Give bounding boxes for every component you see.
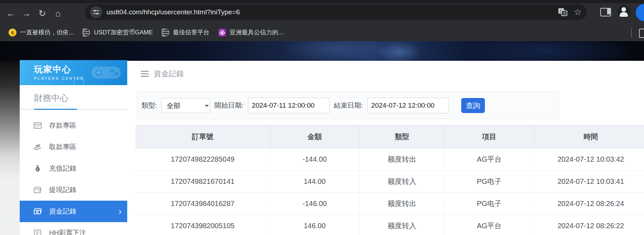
table-cell: 144.00 <box>270 171 359 193</box>
chevron-right-icon: › <box>119 206 121 216</box>
banknotes-icon <box>33 208 42 215</box>
players-center-header: 玩家中心 PLAYERS CENTER <box>20 60 127 85</box>
flower-favicon <box>218 29 226 36</box>
sidebar-item-label: 充值記錄 <box>49 164 76 173</box>
coin-favicon: 6 <box>9 29 16 36</box>
bookmarks-separator <box>631 28 632 37</box>
table-cell: 1720743982005105 <box>135 215 270 235</box>
sidebar-item-label: 存款專區 <box>49 121 76 130</box>
filter-panel: 類型: 全部 開始日期: 結束日期: 查詢 <box>137 92 559 119</box>
bookmark-label: USDT加密货币GAME <box>94 28 153 36</box>
table-header-row: 訂單號 金額 類型 項目 時間 <box>135 125 644 148</box>
sidebar-item-deposit[interactable]: 存款專區 <box>20 115 127 136</box>
column-header-time: 時間 <box>534 125 644 148</box>
side-panel-button[interactable] <box>600 8 611 16</box>
hand-money-icon <box>33 144 42 150</box>
table-cell: -144.00 <box>270 148 359 171</box>
bookmark-star-icon[interactable]: ☆ <box>574 7 582 17</box>
page-title: 資金記錄 <box>154 69 184 79</box>
back-button[interactable]: ← <box>3 6 19 21</box>
table-cell: 2024-07-12 10:03:42 <box>534 148 644 171</box>
type-select[interactable]: 全部 <box>161 98 210 113</box>
finance-center-heading: 財務中心 <box>20 85 127 104</box>
fund-records-table: 訂單號 金額 類型 項目 時間 1720749822285049-144.00额… <box>135 125 644 235</box>
decorative-circle <box>73 77 84 85</box>
table-cell: AG平台 <box>445 215 534 235</box>
table-cell: AG平台 <box>445 148 534 171</box>
sidebar-item-withdrawal-records[interactable]: 提現記錄 <box>20 179 127 201</box>
profile-avatar-button[interactable] <box>617 5 630 18</box>
sidebar-item-withdraw[interactable]: 取款專區 <box>20 136 127 158</box>
tab-strip <box>0 0 644 3</box>
sidebar-menu: 存款專區 取款專區 ¥ 充值記錄 提現記錄 資金記錄 › <box>20 115 127 235</box>
all-bookmarks-icon[interactable] <box>639 29 644 38</box>
table-cell: 146.00 <box>270 215 359 235</box>
page-title-row: 資金記錄 <box>141 69 184 79</box>
globe-favicon <box>162 29 170 36</box>
sidebar-item-label: 資金記錄 <box>49 207 76 216</box>
table-row: 1720749822285049-144.00额度转出AG平台2024-07-1… <box>135 148 644 171</box>
translate-icon[interactable]: G 文 <box>558 8 567 16</box>
column-header-order-no: 訂單號 <box>135 125 270 148</box>
table-row: 1720743982005105146.00额度转入AG平台2024-07-12… <box>135 215 644 235</box>
column-header-amount: 金額 <box>270 125 359 148</box>
sidebar-item-label: 取款專區 <box>49 142 76 152</box>
sidebar-item-label: 提現記錄 <box>49 185 76 195</box>
table-cell: -146.00 <box>270 193 359 215</box>
table-cell: 额度转出 <box>359 148 445 171</box>
table-cell: PG电子 <box>445 193 534 215</box>
forward-button[interactable]: → <box>19 6 34 21</box>
table-cell: 2024-07-12 08:26:24 <box>534 193 644 215</box>
table-cell: 2024-07-12 08:26:22 <box>534 215 644 235</box>
end-date-label: 結束日期: <box>334 101 363 110</box>
background-gradient <box>0 61 20 235</box>
table-cell: 额度转入 <box>359 215 445 235</box>
bookmark-item[interactable]: 亚洲最具公信力的... <box>218 28 283 36</box>
svg-text:文: 文 <box>563 11 566 15</box>
fund-table-body: 1720749822285049-144.00额度转出AG平台2024-07-1… <box>135 148 644 235</box>
list-icon <box>33 230 42 235</box>
bookmark-label: 最佳信誉平台 <box>173 28 210 36</box>
search-button[interactable]: 查詢 <box>461 98 485 113</box>
table-cell: 1720743984016287 <box>135 193 270 215</box>
globe-favicon <box>82 29 90 36</box>
start-date-input[interactable] <box>248 98 330 113</box>
column-header-item: 項目 <box>445 125 534 148</box>
gamepad-icon <box>90 63 122 82</box>
bookmark-item[interactable]: USDT加密货币GAME <box>82 28 153 36</box>
hamburger-icon <box>141 71 149 77</box>
reload-button[interactable]: ↻ <box>34 6 50 21</box>
sidebar-item-recharge-records[interactable]: ¥ 充值記錄 <box>20 158 127 179</box>
start-date-label: 開始日期: <box>214 101 243 110</box>
deposit-card-icon <box>33 122 42 129</box>
home-button[interactable]: ⌂ <box>50 6 66 21</box>
avatar-icon-body <box>620 12 628 17</box>
type-label: 類型: <box>142 101 157 110</box>
table-cell: PG电子 <box>445 171 534 193</box>
site-info-icon[interactable] <box>90 6 102 18</box>
end-date-input[interactable] <box>367 98 449 113</box>
sidebar-item-label: HH彩票下注 <box>49 228 86 235</box>
table-cell: 1720749821670141 <box>135 171 270 193</box>
table-cell: 额度转入 <box>359 171 445 193</box>
moneybag-icon: ¥ <box>33 165 42 172</box>
site-banner-image <box>0 41 644 61</box>
wallet-icon <box>33 187 42 193</box>
bookmark-item[interactable]: 最佳信誉平台 <box>162 28 210 36</box>
sidebar: 玩家中心 PLAYERS CENTER 財務中心 存款專區 取款專區 ¥ 充值記… <box>20 60 127 235</box>
table-row: 1720743984016287-146.00额度转出PG电子2024-07-1… <box>135 193 644 215</box>
column-header-type: 類型 <box>359 125 445 148</box>
sidebar-item-hh-lottery-bets[interactable]: HH彩票下注 <box>20 222 127 235</box>
table-row: 1720749821670141144.00额度转入PG电子2024-07-12… <box>135 171 644 193</box>
section-underline <box>20 109 127 110</box>
svg-text:¥: ¥ <box>36 168 39 171</box>
bookmark-item[interactable]: 6 一直被模仿，但依... <box>9 28 74 36</box>
url-text[interactable]: usdt04.com/hhcp/usercenter.html?iniType=… <box>106 8 554 16</box>
avatar-icon <box>621 7 626 12</box>
table-cell: 2024-07-12 10:03:41 <box>534 171 644 193</box>
address-bar[interactable]: usdt04.com/hhcp/usercenter.html?iniType=… <box>85 4 587 20</box>
sidebar-item-fund-records[interactable]: 資金記錄 › <box>20 201 127 222</box>
bookmarks-bar: 6 一直被模仿，但依... USDT加密货币GAME 最佳信誉平台 亚洲最具公信… <box>0 24 644 41</box>
table-cell: 额度转出 <box>359 193 445 215</box>
bookmark-label: 亚洲最具公信力的... <box>230 28 283 36</box>
